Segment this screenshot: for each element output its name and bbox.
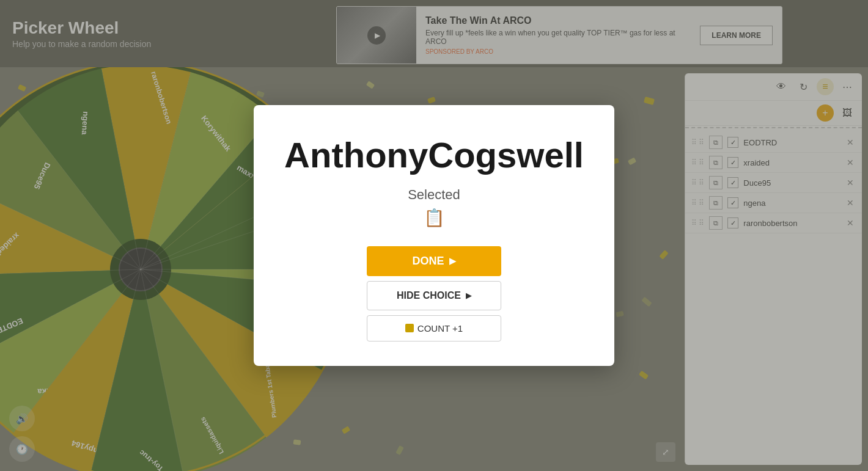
hide-choice-button[interactable]: HIDE CHOICE ▶ bbox=[367, 281, 501, 310]
modal-overlay: AnthonyCogswell Selected 📋 DONE ▶ HIDE C… bbox=[0, 0, 868, 471]
result-modal: AnthonyCogswell Selected 📋 DONE ▶ HIDE C… bbox=[254, 105, 614, 366]
done-arrow-icon: ▶ bbox=[449, 256, 456, 266]
selected-label: Selected bbox=[408, 187, 460, 203]
done-button[interactable]: DONE ▶ bbox=[367, 246, 501, 276]
winner-name: AnthonyCogswell bbox=[284, 136, 584, 175]
count-button[interactable]: COUNT +1 bbox=[367, 315, 501, 341]
hide-arrow-icon: ▶ bbox=[466, 291, 471, 300]
count-swatch bbox=[405, 324, 414, 332]
modal-icon: 📋 bbox=[424, 208, 445, 228]
